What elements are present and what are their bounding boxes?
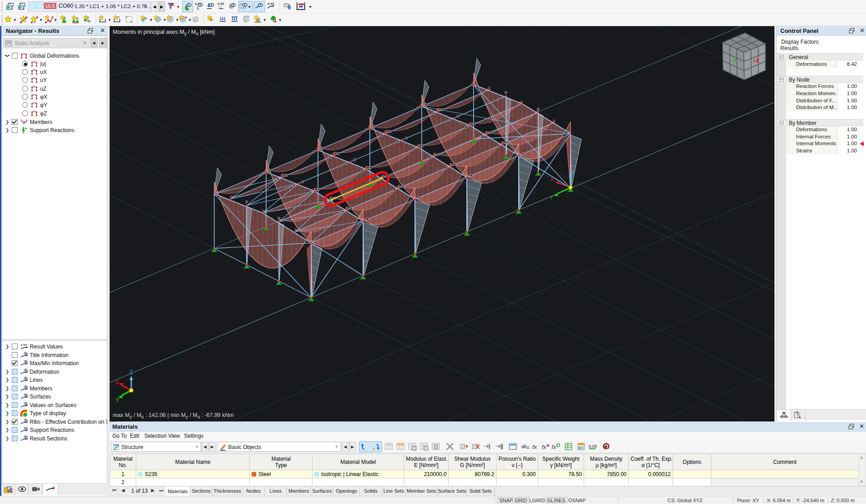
svg-text:Y: Y (550, 195, 553, 200)
svg-text:-Y: -Y (731, 58, 737, 64)
svg-text:Y: Y (115, 397, 120, 403)
svg-text:X: X (115, 379, 119, 386)
svg-text:-Z: -Z (742, 39, 746, 44)
svg-text:X.XX: X.XX (21, 344, 27, 346)
svg-text:+X: +X (752, 58, 759, 64)
svg-text:fx: fx (532, 444, 538, 450)
svg-text:ab: ab (521, 444, 527, 449)
svg-text:fx: fx (542, 444, 546, 450)
svg-text:Z: Z (129, 369, 133, 376)
svg-text:X.XX: X.XX (217, 2, 224, 5)
svg-text:Z: Z (571, 170, 575, 175)
svg-text:X: X (550, 177, 554, 182)
svg-text:fx: fx (552, 444, 556, 450)
svg-text:0,00: 0,00 (589, 444, 597, 449)
svg-text:X.XX: X.XX (267, 2, 274, 5)
svg-text:Moments in principal axes My /: Moments in principal axes My / Mu [kNm] (113, 29, 215, 36)
